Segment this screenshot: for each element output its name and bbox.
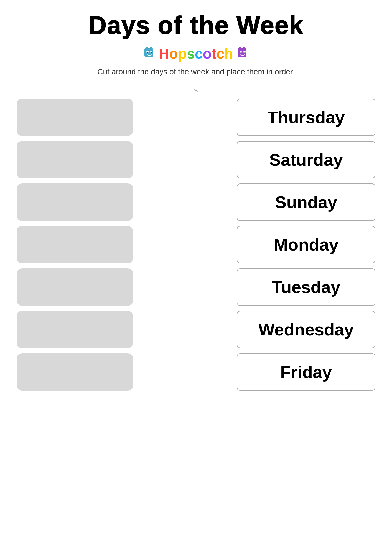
right-column: Thursday Saturday Sunday Monday Tuesday … (204, 90, 375, 391)
subtitle: Cut around the days of the week and plac… (97, 67, 294, 76)
day-card-wednesday: Wednesday (237, 311, 375, 348)
brand-row: Hopscotch (143, 45, 250, 62)
day-label-monday: Monday (274, 235, 338, 254)
answer-box-4 (17, 226, 133, 263)
day-card-friday: Friday (237, 353, 375, 391)
content-area: ✂ Thursday Saturday Sunday Monday Tuesda… (17, 90, 375, 391)
svg-rect-1 (146, 47, 148, 49)
answer-box-2 (17, 141, 133, 178)
day-card-monday: Monday (237, 226, 375, 263)
day-card-thursday: Thursday (237, 99, 375, 136)
answer-box-3 (17, 183, 133, 221)
day-label-friday: Friday (280, 362, 332, 382)
day-card-sunday: Sunday (237, 183, 375, 221)
answer-box-5 (17, 268, 133, 306)
day-card-saturday: Saturday (237, 141, 375, 178)
answer-box-7 (17, 353, 133, 391)
day-label-thursday: Thursday (267, 107, 345, 127)
svg-point-5 (147, 52, 148, 53)
answer-box-6 (17, 311, 133, 348)
day-card-tuesday: Tuesday (237, 268, 375, 306)
svg-point-6 (151, 52, 152, 53)
svg-rect-9 (243, 47, 245, 49)
svg-rect-8 (239, 47, 241, 49)
monster-right-icon (236, 46, 249, 62)
svg-point-12 (240, 52, 241, 53)
day-label-tuesday: Tuesday (272, 277, 340, 297)
svg-rect-2 (150, 47, 152, 49)
scissor-icon: ✂ (194, 87, 198, 94)
day-label-wednesday: Wednesday (258, 320, 353, 339)
svg-point-13 (244, 52, 245, 53)
left-column (17, 90, 188, 391)
monster-left-icon (143, 46, 156, 62)
brand-name: Hopscotch (159, 45, 233, 62)
day-label-sunday: Sunday (275, 192, 337, 212)
day-label-saturday: Saturday (269, 150, 343, 170)
page-title: Days of the Week (88, 11, 304, 40)
answer-box-1 (17, 99, 133, 136)
